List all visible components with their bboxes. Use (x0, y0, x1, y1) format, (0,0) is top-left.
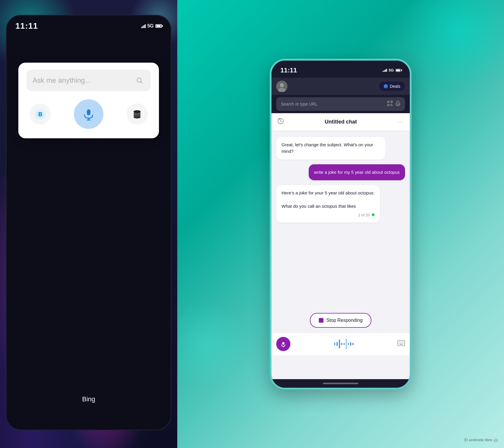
bing-label: Bing (6, 395, 171, 403)
wave-bar-5 (344, 343, 345, 345)
wave-bar-3 (339, 340, 340, 348)
coin-button[interactable] (126, 103, 148, 125)
right-battery-icon (396, 69, 401, 72)
avatar (276, 81, 287, 92)
search-placeholder: Ask me anything... (32, 76, 91, 85)
cursor-bar (346, 339, 347, 349)
left-time: 11:11 (15, 21, 38, 31)
watermark-text: El androide libre (464, 438, 492, 442)
live-indicator (372, 213, 375, 216)
url-icons (387, 101, 400, 107)
wave-bar-2 (336, 342, 338, 346)
svg-rect-16 (391, 101, 392, 103)
chat-input-area (271, 332, 410, 355)
left-phone-frame: 11:11 5G Ask me anything... (6, 15, 171, 430)
left-panel: 11:11 5G Ask me anything... (0, 0, 177, 448)
user-message-1: write a joke for my 5 year old about oct… (309, 164, 405, 181)
wave-bar-1 (334, 343, 335, 345)
svg-point-0 (137, 78, 141, 82)
right-bg-blob-2 (177, 300, 251, 389)
bing-logo-button[interactable]: B (30, 103, 51, 125)
right-bg-blob-1 (401, 0, 504, 89)
search-icon-button[interactable] (134, 75, 145, 86)
deals-label: Deals (390, 84, 400, 89)
stop-label: Stop Responding (326, 318, 363, 323)
chat-header: Untitled chat ··· (271, 113, 410, 131)
counter-text: 1 of 20 (358, 212, 370, 218)
right-signal-icon (383, 69, 387, 72)
right-phone-frame: 11:11 5G (270, 59, 412, 389)
stop-responding-button[interactable]: Stop Responding (310, 313, 372, 328)
more-options-icon[interactable]: ··· (398, 119, 404, 125)
svg-line-1 (141, 82, 143, 84)
svg-rect-17 (388, 104, 389, 106)
ai-message-1: Great, let's change the subject. What's … (276, 137, 386, 160)
keyboard-button[interactable] (397, 340, 405, 348)
chat-messages: Great, let's change the subject. What's … (271, 131, 410, 308)
svg-point-11 (134, 110, 141, 113)
wave-bar-8 (352, 343, 354, 345)
right-status-bar: 11:11 5G (271, 61, 410, 78)
battery-icon (155, 24, 162, 28)
wave-bar-6 (348, 343, 349, 345)
network-label: 5G (147, 23, 154, 29)
svg-rect-22 (397, 101, 399, 104)
search-bar[interactable]: Ask me anything... (27, 70, 151, 91)
svg-rect-5 (87, 109, 90, 115)
signal-icon (141, 24, 146, 28)
svg-rect-15 (388, 101, 389, 103)
right-time: 11:11 (280, 66, 297, 74)
home-indicator (271, 379, 410, 388)
left-status-icons: 5G (141, 23, 162, 29)
mic-button[interactable] (74, 99, 103, 129)
svg-point-25 (282, 342, 284, 345)
watermark: El androide libre 🤖 (464, 438, 498, 442)
history-icon[interactable] (277, 118, 284, 126)
wave-bar-4 (341, 343, 342, 345)
watermark-icon: 🤖 (493, 438, 498, 442)
user-message-1-text: write a joke for my 5 year old about oct… (314, 170, 400, 175)
svg-text:B: B (38, 111, 42, 117)
deals-button[interactable]: Deals (379, 82, 405, 91)
ai-message-1-text: Great, let's change the subject. What's … (282, 142, 373, 154)
deals-icon (384, 84, 388, 88)
widget-buttons: B (27, 99, 151, 129)
url-bar[interactable]: Search or type URL (276, 97, 405, 111)
bing-widget[interactable]: Ask me anything... B (18, 63, 159, 138)
right-network-label: 5G (389, 68, 394, 72)
home-bar (323, 383, 358, 384)
browser-bar: Deals (271, 78, 410, 95)
stop-icon (319, 318, 323, 323)
voice-waveform (294, 338, 394, 350)
right-status-icons: 5G (383, 68, 401, 72)
scan-icon[interactable] (387, 101, 393, 107)
chat-container: Untitled chat ··· Great, let's change th… (271, 113, 410, 379)
right-panel: 11:11 5G (177, 0, 504, 448)
chat-title: Untitled chat (325, 119, 357, 125)
stop-button-area: Stop Responding (271, 308, 410, 332)
svg-point-13 (280, 83, 284, 87)
mic-input-button[interactable] (276, 337, 290, 351)
url-text: Search or type URL (281, 102, 317, 106)
wave-bar-7 (350, 342, 351, 346)
ai-message-partial: Here's a joke for your 5 year old about … (276, 185, 380, 223)
mic-url-icon[interactable] (396, 101, 400, 107)
message-counter: 1 of 20 (282, 212, 375, 218)
left-status-bar: 11:11 5G (6, 15, 171, 34)
ai-partial-text: Here's a joke for your 5 year old about … (282, 190, 375, 210)
